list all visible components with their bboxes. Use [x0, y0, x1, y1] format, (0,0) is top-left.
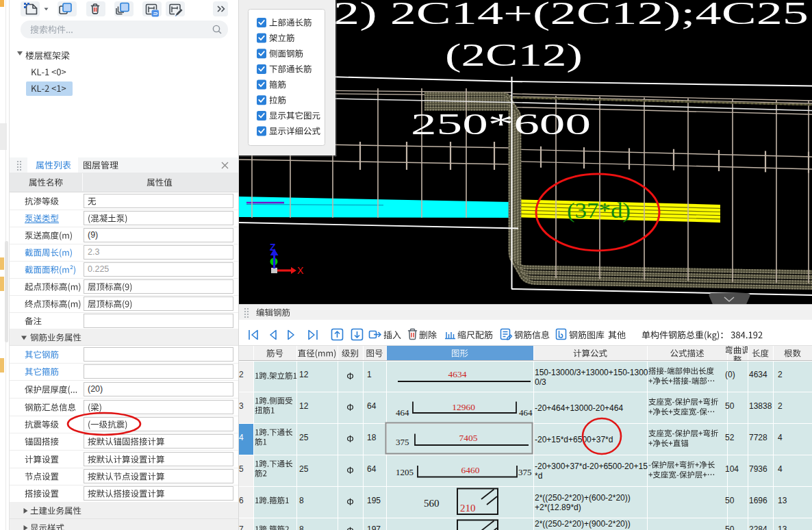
svg-text:250*600: 250*600 [411, 107, 591, 141]
svg-text:464: 464 [519, 407, 533, 418]
svg-text:(2C12): (2C12) [445, 38, 583, 73]
svg-text:2) 2C14+(2C12);4C25: 2) 2C14+(2C12);4C25 [333, 0, 809, 31]
svg-text:210: 210 [460, 503, 476, 514]
svg-text:1205: 1205 [396, 467, 414, 477]
svg-text:X: X [297, 265, 304, 276]
svg-text:464: 464 [396, 407, 409, 418]
svg-text:6460: 6460 [461, 465, 480, 475]
svg-text:375: 375 [518, 467, 532, 477]
svg-text:7405: 7405 [459, 433, 478, 443]
svg-text:Z: Z [270, 242, 276, 253]
svg-text:560: 560 [424, 498, 440, 509]
svg-text:375: 375 [396, 437, 409, 447]
svg-text:(37*d): (37*d) [567, 199, 631, 223]
svg-text:4634: 4634 [448, 369, 467, 379]
svg-text:12960: 12960 [452, 402, 475, 412]
